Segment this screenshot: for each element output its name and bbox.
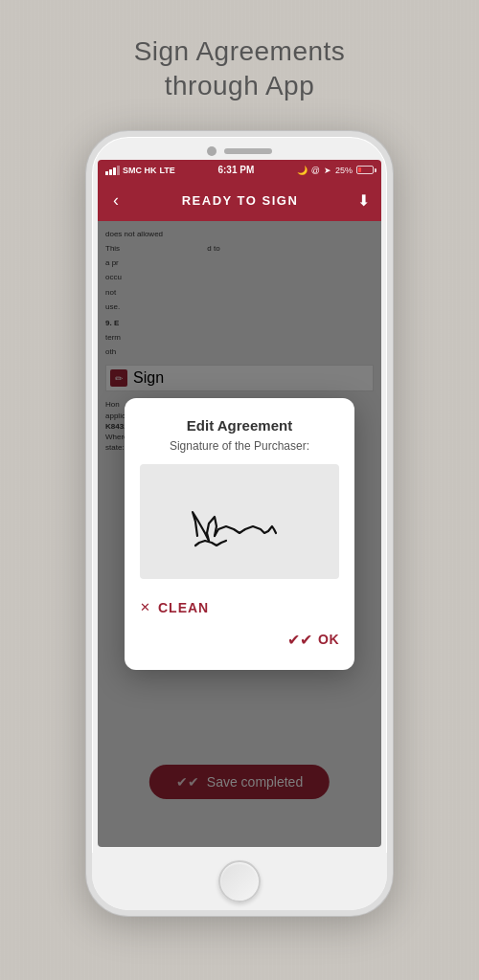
edit-agreement-dialog: Edit Agreement Signature of the Purchase… — [125, 398, 354, 670]
phone-camera — [207, 146, 217, 156]
modal-overlay: Edit Agreement Signature of the Purchase… — [98, 221, 381, 847]
status-left: SMC HK LTE — [105, 166, 175, 175]
phone-bottom — [92, 853, 387, 910]
battery-icon — [356, 166, 374, 174]
status-bar: SMC HK LTE 6:31 PM 🌙 @ ➤ 25% — [98, 160, 381, 181]
clean-x-icon: ✕ — [140, 600, 150, 614]
ok-check-icon: ✔✔ — [287, 631, 312, 649]
ok-button[interactable]: ✔✔ OK — [140, 625, 339, 655]
battery-percent: 25% — [335, 166, 353, 175]
signature-canvas[interactable] — [140, 464, 339, 579]
signal-bars — [105, 166, 120, 175]
network-label: LTE — [160, 166, 175, 175]
status-time: 6:31 PM — [217, 165, 254, 175]
signature-drawing — [140, 464, 339, 579]
download-button[interactable]: ⬇ — [357, 191, 370, 210]
phone-screen: SMC HK LTE 6:31 PM 🌙 @ ➤ 25% ‹ READY TO … — [98, 160, 381, 847]
app-header: ‹ READY TO SIGN ⬇ — [98, 181, 381, 221]
clean-label: CLEAN — [158, 600, 209, 615]
page-title: Sign Agreements through App — [134, 34, 346, 104]
carrier-label: SMC HK — [123, 166, 157, 175]
document-content: does not allowed This d to a pr occu not — [98, 221, 381, 847]
header-title: READY TO SIGN — [182, 193, 299, 208]
modal-title: Edit Agreement — [140, 417, 339, 434]
battery-fill — [358, 167, 362, 172]
phone-device: SMC HK LTE 6:31 PM 🌙 @ ➤ 25% ‹ READY TO … — [86, 131, 393, 916]
home-button[interactable] — [218, 860, 261, 902]
location-icon: @ — [311, 166, 320, 175]
ok-label: OK — [318, 632, 339, 647]
clean-button[interactable]: ✕ CLEAN — [140, 594, 339, 621]
moon-icon: 🌙 — [297, 166, 308, 175]
phone-top-bar — [92, 137, 387, 156]
status-right: 🌙 @ ➤ 25% — [297, 166, 374, 175]
phone-speaker — [224, 148, 272, 154]
modal-subtitle: Signature of the Purchaser: — [140, 439, 339, 453]
back-button[interactable]: ‹ — [109, 187, 123, 214]
navigation-icon: ➤ — [324, 166, 331, 175]
